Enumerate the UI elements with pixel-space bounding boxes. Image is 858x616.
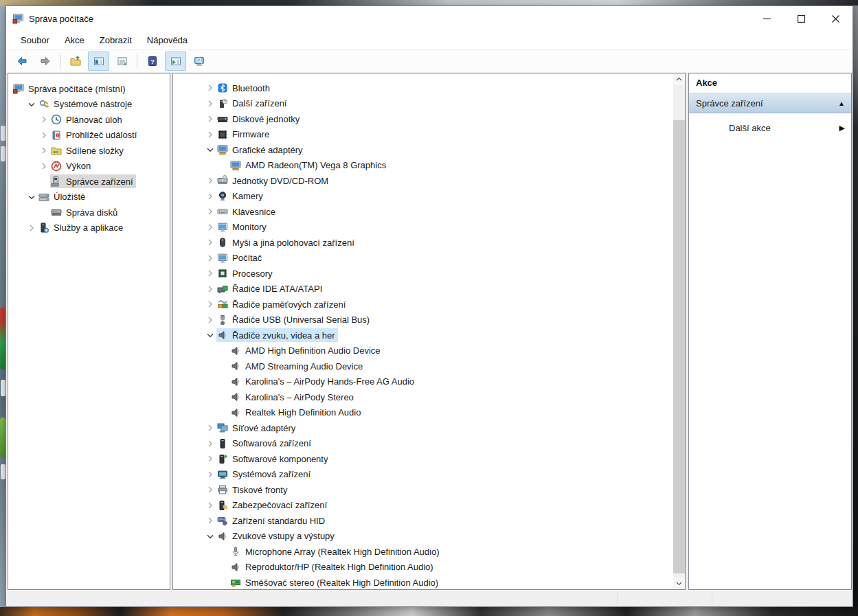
device-tree-item[interactable]: Počítač — [173, 251, 673, 266]
device-tree-item[interactable]: Kamery — [173, 189, 673, 205]
chevron-collapsed-icon[interactable] — [203, 129, 216, 140]
chevron-collapsed-icon[interactable] — [203, 237, 216, 248]
device-tree-item[interactable]: ?Další zařízení — [173, 96, 673, 112]
device-tree-item[interactable]: Tiskové fronty — [173, 482, 673, 498]
chevron-collapsed-icon[interactable] — [203, 422, 216, 433]
chevron-collapsed-icon[interactable] — [203, 191, 216, 202]
collapse-section-icon[interactable]: ▲ — [838, 100, 845, 107]
actions-section-header[interactable]: Správce zařízení ▲ — [689, 93, 851, 113]
console-tree-item[interactable]: Služby a aplikace — [8, 220, 170, 236]
console-tree-item[interactable]: Správa disků — [8, 205, 170, 220]
console-tree-item[interactable]: Správa počítače (místní) — [8, 81, 170, 97]
device-tree-item[interactable]: Myši a jiná polohovací zařízení — [173, 235, 673, 251]
device-tree-item[interactable]: Realtek High Definition Audio — [173, 405, 673, 421]
print-queue-icon — [217, 484, 228, 495]
device-tree-item[interactable]: Karolina's – AirPody Hands-Free AG Audio — [173, 374, 673, 390]
menu-soubor[interactable]: Soubor — [13, 33, 57, 47]
console-tree-item[interactable]: Výkon — [8, 159, 170, 174]
device-tree-item[interactable]: Jednotky DVD/CD-ROM — [173, 173, 673, 189]
chevron-collapsed-icon[interactable] — [203, 438, 216, 449]
help-button[interactable]: ? — [142, 52, 163, 71]
scrollbar-thumb[interactable] — [673, 120, 685, 573]
device-tree-item[interactable]: Řadiče IDE ATA/ATAPI — [173, 282, 673, 297]
menu-napoveda[interactable]: Nápověda — [139, 33, 195, 47]
device-tree-item[interactable]: Řadiče USB (Universal Serial Bus) — [173, 312, 673, 328]
chevron-collapsed-icon[interactable] — [25, 223, 38, 233]
chevron-collapsed-icon[interactable] — [203, 299, 216, 310]
chevron-collapsed-icon[interactable] — [37, 114, 50, 125]
close-button[interactable] — [818, 6, 853, 31]
chevron-collapsed-icon[interactable] — [203, 484, 216, 495]
chevron-collapsed-icon[interactable] — [203, 268, 216, 279]
chevron-expanded-icon[interactable] — [25, 192, 38, 203]
device-tree-item[interactable]: Zvukové vstupy a výstupy — [173, 529, 673, 545]
device-tree-item[interactable]: AMD High Definition Audio Device — [173, 343, 673, 359]
menu-akce[interactable]: Akce — [57, 33, 92, 47]
chevron-collapsed-icon[interactable] — [203, 453, 216, 464]
scroll-down-button[interactable] — [673, 578, 685, 589]
console-tree-item[interactable]: Plánovač úloh — [8, 112, 170, 128]
chevron-collapsed-icon[interactable] — [203, 253, 216, 264]
chevron-collapsed-icon[interactable] — [203, 175, 216, 186]
device-tree-item[interactable]: Zařízení standardu HID — [173, 513, 673, 529]
device-tree-item[interactable]: Procesory — [173, 266, 673, 282]
back-arrow-button[interactable] — [11, 52, 32, 71]
device-tree-item[interactable]: Firmware — [173, 127, 673, 143]
device-tree-item[interactable]: Řadiče zvuku, videa a her — [173, 328, 673, 343]
chevron-collapsed-icon[interactable] — [203, 284, 216, 295]
properties-button[interactable] — [111, 52, 133, 71]
chevron-expanded-icon[interactable] — [203, 531, 216, 542]
remote-computer-button[interactable] — [188, 52, 210, 71]
minimize-button[interactable] — [749, 6, 784, 31]
device-tree-label: Řadiče paměťových zařízení — [232, 299, 346, 310]
device-tree-item[interactable]: AMD Radeon(TM) Vega 8 Graphics — [173, 158, 673, 174]
scroll-up-button[interactable] — [673, 73, 685, 85]
console-tree-item[interactable]: Úložiště — [8, 190, 170, 205]
device-tree-item[interactable]: Monitory — [173, 220, 673, 236]
device-tree-item[interactable]: Karolina's – AirPody Stereo — [173, 389, 673, 405]
chevron-collapsed-icon[interactable] — [37, 145, 50, 156]
show-action-pane-button[interactable] — [165, 52, 186, 71]
chevron-collapsed-icon[interactable] — [37, 161, 50, 172]
chevron-collapsed-icon[interactable] — [37, 130, 50, 141]
menu-zobrazit[interactable]: Zobrazit — [92, 33, 139, 47]
device-tree-item[interactable]: Síťové adaptéry — [173, 420, 673, 436]
maximize-button[interactable] — [784, 6, 818, 31]
chevron-collapsed-icon[interactable] — [203, 315, 216, 326]
monitor-icon — [217, 222, 228, 233]
forward-arrow-button[interactable] — [34, 52, 56, 71]
device-tree-item[interactable]: Systémová zařízení — [173, 467, 673, 483]
device-tree-item[interactable]: Grafické adaptéry — [173, 142, 673, 158]
device-tree-item[interactable]: Microphone Array (Realtek High Definitio… — [173, 544, 673, 560]
chevron-expanded-icon[interactable] — [203, 144, 216, 155]
chevron-collapsed-icon[interactable] — [203, 469, 216, 480]
device-tree-item[interactable]: AMD Streaming Audio Device — [173, 358, 673, 374]
up-folder-button[interactable] — [65, 52, 86, 71]
chevron-collapsed-icon[interactable] — [203, 113, 216, 124]
console-tree-item[interactable]: Prohlížeč událostí — [8, 128, 170, 144]
device-tree-item[interactable]: Diskové jednotky — [173, 111, 673, 127]
chevron-collapsed-icon[interactable] — [203, 515, 216, 526]
titlebar[interactable]: Správa počítače — [6, 6, 853, 31]
chevron-collapsed-icon[interactable] — [203, 500, 216, 511]
chevron-collapsed-icon[interactable] — [203, 82, 216, 93]
chevron-expanded-icon[interactable] — [203, 330, 216, 341]
device-tree-item[interactable]: Reproduktor/HP (Realtek High Definition … — [173, 560, 673, 575]
console-tree-item[interactable]: Sdílené složky — [8, 143, 170, 159]
device-tree-item[interactable]: Řadiče paměťových zařízení — [173, 297, 673, 312]
device-tree-item[interactable]: Klávesnice — [173, 204, 673, 220]
chevron-collapsed-icon[interactable] — [203, 98, 216, 109]
device-tree-item[interactable]: Směšovač stereo (Realtek High Definition… — [173, 575, 673, 589]
device-tree-item[interactable]: Softwarová zařízení — [173, 436, 673, 452]
device-tree-item[interactable]: Zabezpečovací zařízení — [173, 498, 673, 514]
chevron-expanded-icon[interactable] — [25, 99, 38, 110]
show-console-tree-button[interactable] — [88, 52, 109, 71]
chevron-collapsed-icon[interactable] — [203, 206, 216, 217]
more-actions-item[interactable]: Další akce ▶ — [689, 119, 851, 137]
chevron-collapsed-icon[interactable] — [203, 222, 216, 233]
device-tree-item[interactable]: Bluetooth — [173, 80, 673, 96]
device-tree-item[interactable]: Softwarové komponenty — [173, 451, 673, 467]
console-tree-item[interactable]: Správce zařízení — [8, 174, 170, 190]
console-tree-item[interactable]: Systémové nástroje — [8, 97, 170, 113]
vertical-scrollbar[interactable] — [673, 73, 685, 589]
